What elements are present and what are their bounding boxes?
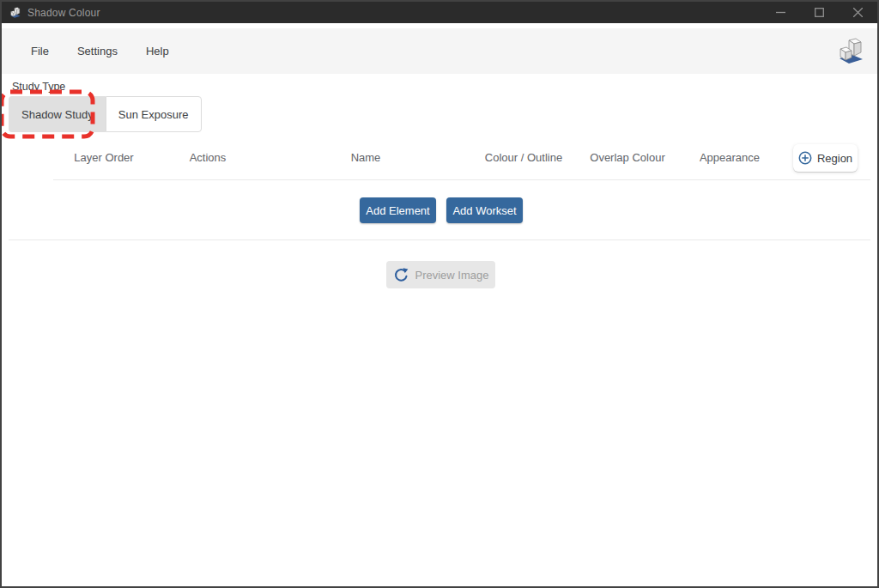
menu-settings[interactable]: Settings (69, 39, 126, 63)
close-button[interactable] (839, 2, 877, 23)
preview-image-label: Preview Image (415, 269, 489, 282)
study-type-label: Study Type (12, 81, 65, 93)
menu-file[interactable]: File (22, 39, 58, 63)
window-controls (761, 2, 877, 23)
region-button-label: Region (817, 152, 852, 165)
plus-circle-icon (798, 151, 812, 165)
title-bar: Shadow Colour (2, 2, 877, 23)
app-window: Shadow Colour File Settings Help (0, 0, 879, 588)
column-header-name: Name (351, 151, 381, 164)
add-element-button[interactable]: Add Element (360, 197, 436, 223)
window-title: Shadow Colour (27, 7, 100, 19)
column-header-colour-outline: Colour / Outline (485, 151, 562, 164)
column-header-actions: Actions (190, 151, 227, 164)
app-icon (8, 6, 21, 19)
maximize-icon (815, 8, 824, 17)
column-header-layer-order: Layer Order (74, 151, 133, 164)
maximize-button[interactable] (800, 2, 839, 23)
header-divider (53, 179, 870, 180)
app-logo-icon (833, 33, 864, 68)
minimize-button[interactable] (761, 2, 800, 23)
study-type-tabs: Shadow Study Sun Exposure (9, 96, 202, 132)
menu-help[interactable]: Help (137, 39, 178, 63)
add-region-button[interactable]: Region (793, 144, 858, 172)
minimize-icon (776, 8, 785, 17)
preview-image-button[interactable]: Preview Image (386, 261, 495, 288)
close-icon (853, 8, 863, 17)
tab-sun-exposure[interactable]: Sun Exposure (106, 96, 202, 132)
column-header-appearance: Appearance (700, 151, 760, 164)
refresh-icon (393, 267, 409, 283)
column-header-overlap-colour: Overlap Colour (590, 151, 664, 164)
tab-shadow-study[interactable]: Shadow Study (9, 96, 106, 132)
section-divider (9, 239, 870, 240)
add-workset-button[interactable]: Add Workset (446, 197, 523, 223)
menu-bar: File Settings Help (2, 28, 877, 74)
